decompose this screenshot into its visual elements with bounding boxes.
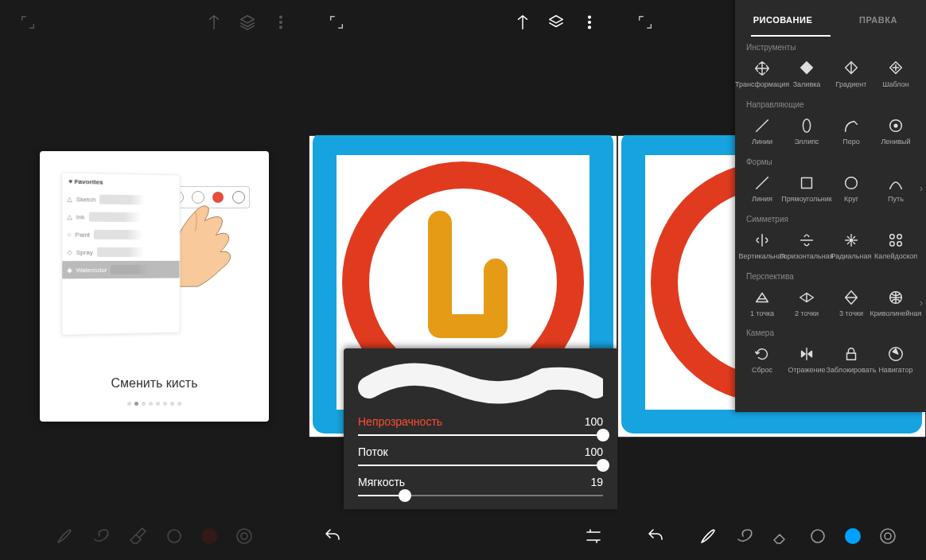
section-heading: Перспектива	[735, 266, 926, 284]
section-heading: Формы	[735, 151, 926, 169]
svg-point-22	[897, 234, 902, 239]
brush-settings-panel: Непрозрачность100 Поток100 Мягкость19	[344, 348, 617, 509]
picker-icon[interactable]	[235, 527, 254, 546]
tab-edit[interactable]: ПРАВКА	[831, 5, 926, 35]
symmetry-icon[interactable]	[514, 14, 531, 31]
persp-3pt[interactable]: 3 точки	[829, 284, 873, 323]
undo-icon[interactable]	[646, 527, 665, 546]
svg-point-4	[237, 529, 251, 543]
svg-point-17	[894, 124, 897, 127]
eraser-icon[interactable]	[772, 527, 791, 546]
bottom-toolbar	[0, 527, 309, 546]
flow-slider[interactable]: Поток100	[358, 445, 603, 466]
svg-point-2	[280, 26, 282, 29]
tool-gradient[interactable]: Градиент	[829, 55, 873, 94]
section-heading: Симметрия	[735, 208, 926, 227]
appbar	[309, 0, 617, 45]
svg-point-30	[885, 533, 891, 539]
tutorial-card[interactable]: ♥ Favorites △Sketch △Ink ○Paint ◇Spray ◆…	[40, 151, 269, 422]
tab-drawing[interactable]: РИСОВАНИЕ	[735, 5, 831, 35]
svg-point-19	[846, 177, 858, 189]
smudge-icon[interactable]	[91, 527, 111, 546]
brush-icon[interactable]	[55, 527, 74, 546]
section-heading: Направляющие	[735, 94, 926, 112]
persp-1pt[interactable]: 1 точка	[740, 284, 784, 323]
shape-line[interactable]: Линия	[740, 169, 784, 208]
cam-lock[interactable]: Заблокировать	[829, 340, 873, 379]
picker-icon[interactable]	[878, 527, 897, 546]
settings-slider-icon[interactable]	[584, 527, 603, 546]
symmetry-icon[interactable]	[205, 14, 223, 31]
svg-point-20	[850, 239, 853, 242]
chevron-right-icon[interactable]: ›	[916, 180, 926, 197]
svg-point-7	[589, 21, 591, 24]
tutorial-pagination[interactable]	[127, 402, 181, 406]
pane-brush-settings: Непрозрачность100 Поток100 Мягкость19	[309, 0, 617, 560]
tools-sidepanel: РИСОВАНИЕ ПРАВКА Инструменты Трансформац…	[735, 0, 926, 412]
shape-path[interactable]: Путь	[873, 169, 918, 208]
cam-reset[interactable]: Сброс	[740, 340, 784, 379]
eraser-icon[interactable]	[128, 527, 147, 546]
bottom-toolbar	[617, 527, 926, 546]
cam-flip[interactable]: Отражение	[784, 340, 829, 379]
svg-rect-18	[802, 177, 812, 188]
guide-pen[interactable]: Перо	[829, 112, 873, 151]
svg-point-23	[890, 242, 895, 247]
svg-point-21	[890, 234, 895, 239]
fullscreen-icon[interactable]	[636, 14, 654, 31]
layers-icon[interactable]	[547, 14, 565, 31]
shape-icon[interactable]	[808, 527, 827, 546]
sym-horizontal[interactable]: Горизонтальная	[784, 227, 829, 266]
section-heading: Камера	[735, 322, 926, 340]
svg-point-5	[241, 533, 247, 539]
undo-icon[interactable]	[323, 527, 342, 546]
softness-slider[interactable]: Мягкость19	[358, 476, 603, 496]
pane-tools: РИСОВАНИЕ ПРАВКА Инструменты Трансформац…	[617, 0, 926, 560]
smudge-icon[interactable]	[735, 527, 754, 546]
svg-point-24	[897, 242, 902, 247]
persp-2pt[interactable]: 2 точки	[784, 284, 829, 323]
guide-ellipse[interactable]: Эллипс	[784, 112, 829, 151]
bottom-toolbar	[309, 527, 617, 546]
tool-pattern[interactable]: Шаблон	[873, 55, 918, 94]
opacity-slider[interactable]: Непрозрачность100	[358, 415, 603, 436]
persp-curve[interactable]: Криволинейная	[873, 284, 918, 323]
section-heading: Инструменты	[735, 37, 926, 55]
tutorial-brush-list: ♥ Favorites △Sketch △Ink ○Paint ◇Spray ◆…	[61, 172, 180, 335]
sym-kaleidoscope[interactable]: Калейдоскоп	[873, 227, 918, 266]
color-swatch[interactable]	[201, 528, 217, 544]
svg-point-1	[280, 21, 282, 24]
layers-icon[interactable]	[239, 14, 256, 31]
svg-point-29	[881, 529, 895, 543]
pane-tutorial: ♥ Favorites △Sketch △Ink ○Paint ◇Spray ◆…	[0, 0, 309, 560]
svg-rect-26	[847, 354, 856, 360]
appbar	[0, 0, 309, 45]
svg-point-8	[589, 26, 591, 29]
svg-point-15	[803, 119, 810, 133]
guide-lines[interactable]: Линии	[740, 112, 784, 151]
sym-radial[interactable]: Радиальная	[829, 227, 873, 266]
shape-rect[interactable]: Прямоугольник	[784, 169, 829, 208]
svg-point-28	[811, 530, 824, 542]
chevron-right-icon[interactable]: ›	[916, 294, 926, 312]
tool-transform[interactable]: Трансформация	[740, 55, 784, 94]
fullscreen-icon[interactable]	[328, 14, 345, 31]
tutorial-title: Сменить кисть	[111, 376, 198, 391]
color-swatch[interactable]	[845, 528, 861, 544]
brush-stroke-preview	[358, 360, 603, 407]
tutorial-illustration: ♥ Favorites △Sketch △Ink ○Paint ◇Spray ◆…	[51, 162, 258, 337]
more-icon[interactable]	[272, 14, 290, 31]
svg-point-6	[589, 16, 591, 18]
cam-navigator[interactable]: Навигатор	[873, 340, 918, 379]
svg-point-0	[280, 16, 282, 18]
brush-icon[interactable]	[698, 527, 718, 546]
shape-icon[interactable]	[165, 527, 184, 546]
guide-lazy[interactable]: Ленивый	[873, 112, 918, 151]
more-icon[interactable]	[581, 14, 598, 31]
svg-point-3	[168, 530, 181, 542]
tool-fill[interactable]: Заливка	[784, 55, 829, 94]
fullscreen-icon[interactable]	[19, 14, 37, 31]
shape-circle[interactable]: Круг	[829, 169, 873, 208]
sym-vertical[interactable]: Вертикальная	[740, 227, 784, 266]
